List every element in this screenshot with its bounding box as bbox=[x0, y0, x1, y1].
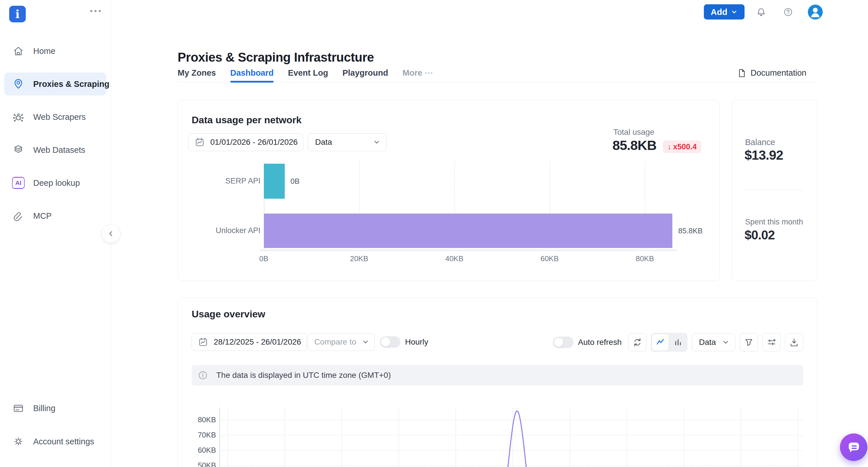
sidebar-footer-nav: BillingAccount settings bbox=[0, 397, 111, 453]
usage-line-chart: 80KB70KB60KB50KB bbox=[178, 298, 817, 467]
bar-chart-x-tick: 20KB bbox=[350, 254, 368, 263]
spent-label: Spent this month bbox=[745, 217, 803, 227]
sidebar-item-label: Home bbox=[33, 47, 55, 56]
usage-line-series bbox=[219, 407, 803, 467]
balance-label: Balance bbox=[745, 138, 775, 147]
line-chart-y-tick: 80KB bbox=[178, 415, 216, 424]
tab-bar: My ZonesDashboardEvent LogPlaygroundMore bbox=[178, 64, 432, 82]
bar-category-label: Unlocker API bbox=[178, 226, 260, 235]
brand-logo[interactable]: i bbox=[9, 6, 26, 22]
tab-label: Dashboard bbox=[230, 68, 274, 78]
documentation-label: Documentation bbox=[750, 68, 806, 78]
sidebar-item-label: Account settings bbox=[33, 437, 94, 446]
paperclip-icon bbox=[12, 210, 25, 222]
sidebar-overflow-menu-icon[interactable] bbox=[90, 8, 101, 14]
tab-more[interactable]: More bbox=[402, 64, 432, 82]
brand-logo-letter: i bbox=[15, 8, 20, 20]
tab-label: Event Log bbox=[288, 68, 328, 78]
add-button-label: Add bbox=[711, 7, 727, 17]
help-icon[interactable] bbox=[781, 5, 795, 19]
sidebar-item-mcp[interactable]: MCP bbox=[4, 204, 106, 227]
user-avatar[interactable] bbox=[808, 5, 823, 20]
gear-icon bbox=[12, 435, 25, 448]
balance-divider bbox=[745, 190, 804, 190]
bar-chart-x-tick: 0B bbox=[259, 254, 269, 263]
ai-badge-icon: AI bbox=[12, 177, 25, 189]
bar-unlocker-api[interactable] bbox=[264, 213, 672, 248]
home-icon bbox=[12, 45, 25, 57]
network-usage-bar-chart: 0B20KB40KB60KB80KBSERP API0BUnlocker API… bbox=[178, 100, 719, 281]
document-icon bbox=[737, 68, 747, 78]
bar-chart-x-tick: 60KB bbox=[540, 254, 559, 263]
bar-chart-x-tick: 80KB bbox=[636, 254, 654, 263]
line-chart-y-tick: 50KB bbox=[178, 461, 216, 467]
bar-category-label: SERP API bbox=[178, 177, 260, 185]
tab-my-zones[interactable]: My Zones bbox=[178, 64, 216, 82]
sidebar-item-billing[interactable]: Billing bbox=[4, 397, 106, 420]
sidebar-item-proxies-scraping[interactable]: Proxies & Scraping bbox=[4, 72, 106, 95]
bar-value-label: 0B bbox=[290, 177, 300, 186]
spent-value: $0.02 bbox=[745, 228, 775, 242]
sidebar: i HomeProxies & ScrapingWeb ScrapersWeb … bbox=[0, 0, 111, 467]
sidebar-nav: HomeProxies & ScrapingWeb ScrapersWeb Da… bbox=[0, 39, 111, 227]
app-root: i HomeProxies & ScrapingWeb ScrapersWeb … bbox=[0, 0, 868, 467]
sidebar-item-deep-lookup[interactable]: AIDeep lookup bbox=[4, 171, 106, 194]
add-button[interactable]: Add bbox=[704, 4, 745, 20]
page-title: Proxies & Scraping Infrastructure bbox=[178, 50, 374, 64]
sidebar-item-label: Web Datasets bbox=[33, 145, 85, 155]
sidebar-item-label: Deep lookup bbox=[33, 178, 80, 188]
tab-label: More bbox=[402, 68, 422, 78]
bar-value-label: 85.8KB bbox=[678, 227, 703, 235]
sidebar-item-label: Billing bbox=[33, 404, 55, 413]
datasets-stack-icon bbox=[12, 144, 25, 156]
tab-label: Playground bbox=[342, 68, 388, 78]
line-chart-y-tick: 60KB bbox=[178, 446, 216, 455]
chat-bubble-icon bbox=[846, 440, 861, 455]
balance-value: $13.92 bbox=[745, 147, 783, 163]
sidebar-item-home[interactable]: Home bbox=[4, 39, 106, 62]
usage-overview-card: Usage overview 28/12/2025 - 26/01/2026 C… bbox=[178, 297, 817, 467]
chevron-left-icon bbox=[107, 230, 115, 237]
spider-icon bbox=[12, 111, 25, 123]
tab-label: My Zones bbox=[178, 68, 216, 78]
line-chart-y-tick: 70KB bbox=[178, 431, 216, 439]
documentation-link[interactable]: Documentation bbox=[737, 64, 806, 82]
bar-chart-baseline bbox=[259, 250, 677, 251]
more-dots-icon bbox=[425, 72, 432, 74]
tab-playground[interactable]: Playground bbox=[342, 64, 388, 82]
notifications-bell-icon[interactable] bbox=[754, 5, 768, 19]
balance-card: Balance $13.92 Spent this month $0.02 bbox=[732, 100, 817, 281]
chevron-down-icon bbox=[731, 9, 738, 16]
sidebar-item-label: MCP bbox=[33, 211, 52, 221]
tab-event-log[interactable]: Event Log bbox=[288, 64, 328, 82]
sidebar-item-label: Web Scrapers bbox=[33, 112, 86, 122]
bar-serp-api[interactable] bbox=[264, 164, 285, 199]
bar-chart-x-tick: 40KB bbox=[445, 254, 464, 263]
sidebar-item-label: Proxies & Scraping bbox=[33, 80, 110, 89]
location-pin-icon bbox=[12, 78, 25, 90]
chat-widget-button[interactable] bbox=[840, 434, 867, 461]
sidebar-item-web-datasets[interactable]: Web Datasets bbox=[4, 139, 106, 162]
data-usage-card: Data usage per network 01/01/2026 - 26/0… bbox=[178, 100, 720, 281]
tabs-row: My ZonesDashboardEvent LogPlaygroundMore… bbox=[178, 64, 817, 82]
sidebar-collapse-button[interactable] bbox=[101, 224, 120, 243]
credit-card-icon bbox=[12, 402, 25, 414]
tab-dashboard[interactable]: Dashboard bbox=[230, 64, 274, 82]
sidebar-item-web-scrapers[interactable]: Web Scrapers bbox=[4, 106, 106, 128]
sidebar-item-account-settings[interactable]: Account settings bbox=[4, 430, 106, 453]
